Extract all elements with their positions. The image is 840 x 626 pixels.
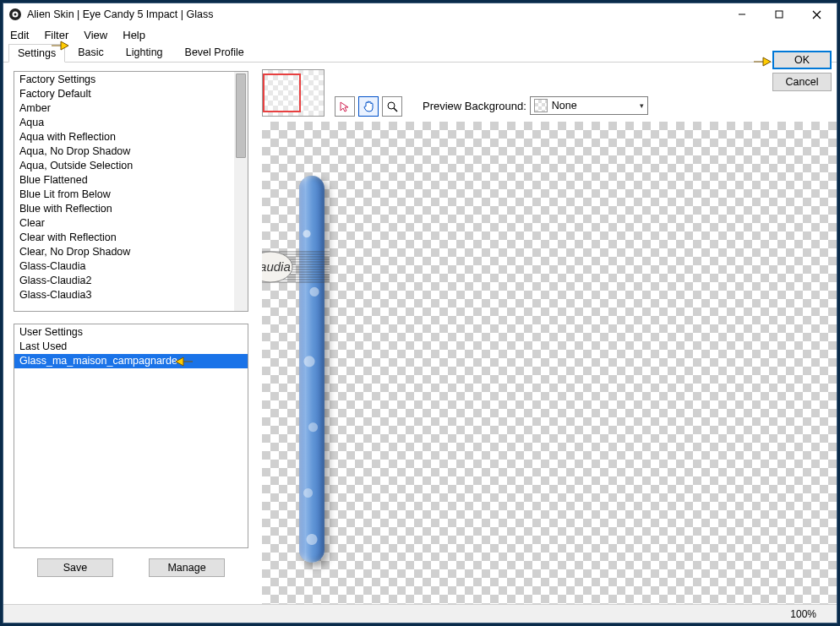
- list-item[interactable]: Clear: [14, 216, 248, 231]
- settings-panel: Factory Settings Factory DefaultAmberAqu…: [3, 63, 255, 604]
- factory-settings-list[interactable]: Factory Settings Factory DefaultAmberAqu…: [14, 71, 248, 312]
- close-button[interactable]: [798, 3, 835, 25]
- list-item[interactable]: Glass-Claudia: [14, 259, 248, 274]
- preview-background-row: Preview Background: None ▾: [423, 96, 648, 115]
- list-item[interactable]: Amber: [14, 101, 248, 116]
- window-title: Alien Skin | Eye Candy 5 Impact | Glass: [27, 8, 723, 20]
- list-item[interactable]: Aqua, No Drop Shadow: [14, 144, 248, 159]
- scrollbar-thumb[interactable]: [236, 73, 246, 158]
- maximize-button[interactable]: [761, 3, 798, 25]
- tab-lighting[interactable]: Lighting: [117, 43, 172, 62]
- svg-line-8: [394, 108, 397, 112]
- chevron-down-icon: ▾: [640, 101, 644, 110]
- swatch-icon: [534, 99, 548, 112]
- list-item[interactable]: Glass-Claudia3: [14, 288, 248, 302]
- svg-rect-4: [776, 11, 783, 18]
- list-item[interactable]: Clear with Reflection: [14, 231, 248, 245]
- menu-view[interactable]: View: [84, 29, 107, 41]
- list-item[interactable]: Aqua with Reflection: [14, 130, 248, 144]
- minimize-button[interactable]: [723, 3, 761, 25]
- status-bar: 100%: [3, 604, 837, 623]
- list-item[interactable]: Clear, No Drop Shadow: [14, 245, 248, 259]
- svg-text:claudia: claudia: [262, 259, 291, 274]
- settings-buttons: Save Manage: [14, 558, 248, 577]
- tab-bevel-profile[interactable]: Bevel Profile: [176, 43, 254, 62]
- ok-button[interactable]: OK: [772, 51, 832, 69]
- preview-canvas[interactable]: claudia: [262, 122, 837, 604]
- pointer-annotation-icon: [753, 55, 772, 68]
- thumbnail-preview[interactable]: [262, 69, 325, 117]
- zoom-level: 100%: [790, 608, 816, 620]
- list-item[interactable]: Glass_ma_maison_campagnarde: [14, 354, 248, 368]
- scrollbar[interactable]: [234, 72, 248, 311]
- list-item[interactable]: Blue with Reflection: [14, 202, 248, 216]
- save-button[interactable]: Save: [37, 558, 113, 577]
- selection-rect: [263, 73, 301, 112]
- preview-background-value: None: [552, 100, 577, 112]
- manage-button[interactable]: Manage: [149, 558, 225, 577]
- tabs: Settings Basic Lighting Bevel Profile: [3, 44, 837, 63]
- list-item[interactable]: Glass-Claudia2: [14, 274, 248, 288]
- dialog-buttons: OK Cancel: [772, 51, 832, 91]
- menu-edit[interactable]: Edit: [10, 29, 29, 41]
- list-item[interactable]: Blue Lit from Below: [14, 188, 248, 202]
- svg-point-7: [388, 102, 395, 109]
- svg-point-22: [262, 252, 292, 282]
- user-settings-list[interactable]: User Settings Last UsedGlass_ma_maison_c…: [14, 324, 248, 548]
- title-bar: Alien Skin | Eye Candy 5 Impact | Glass: [3, 3, 837, 25]
- app-icon: [8, 8, 22, 21]
- factory-settings-header: Factory Settings: [14, 72, 248, 87]
- dialog-window: Alien Skin | Eye Candy 5 Impact | Glass …: [3, 3, 837, 623]
- zoom-tool-button[interactable]: [382, 96, 402, 117]
- svg-point-2: [14, 14, 17, 16]
- main-area: Factory Settings Factory DefaultAmberAqu…: [3, 63, 837, 604]
- list-item[interactable]: Factory Default: [14, 87, 248, 101]
- pointer-tool-button[interactable]: [335, 96, 355, 117]
- list-item[interactable]: Blue Flattened: [14, 173, 248, 188]
- menu-bar: Edit Filter View Help: [3, 25, 837, 44]
- list-item[interactable]: Last Used: [14, 340, 248, 354]
- list-item[interactable]: Aqua, Outside Selection: [14, 159, 248, 173]
- preview-background-label: Preview Background:: [423, 100, 526, 112]
- preview-toolbar: Preview Background: None ▾ OK Cancel: [255, 63, 837, 115]
- preview-background-select[interactable]: None ▾: [530, 96, 648, 115]
- hand-tool-button[interactable]: [358, 96, 379, 117]
- pointer-annotation-icon: [51, 39, 69, 52]
- cancel-button[interactable]: Cancel: [772, 73, 832, 91]
- glass-effect-preview: [299, 176, 325, 563]
- pointer-annotation-icon: [175, 355, 194, 368]
- menu-help[interactable]: Help: [123, 29, 145, 41]
- preview-panel: Preview Background: None ▾ OK Cancel: [255, 63, 837, 604]
- list-item[interactable]: Aqua: [14, 116, 248, 130]
- user-settings-header: User Settings: [14, 324, 248, 340]
- tab-basic[interactable]: Basic: [68, 43, 113, 62]
